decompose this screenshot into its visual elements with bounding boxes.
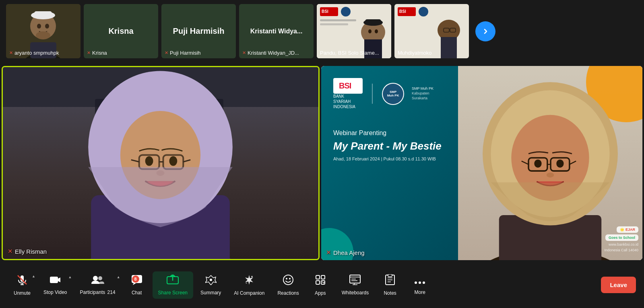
reactions-button[interactable]: Reactions — [272, 271, 304, 299]
svg-rect-74 — [316, 275, 320, 279]
svg-rect-21 — [320, 23, 348, 25]
summary-label: Summary — [200, 290, 221, 296]
leave-button[interactable]: Leave — [601, 277, 636, 293]
share-screen-icon — [167, 275, 179, 288]
participant-name-pandu: Pandu, BSI Solo Slame... — [320, 50, 388, 56]
whiteboards-label: Whiteboards — [342, 290, 369, 296]
notes-button[interactable]: Notes — [376, 271, 404, 299]
notes-label: Notes — [384, 290, 396, 296]
svg-point-70 — [246, 282, 247, 283]
school-logo: SMPMuh PK — [382, 83, 404, 105]
next-participants-button[interactable] — [475, 21, 495, 41]
more-label: More — [414, 290, 425, 295]
mic-icon — [17, 274, 28, 288]
share-screen-button[interactable]: Share Screen — [153, 271, 193, 299]
toolbar: Unmute ▲ Stop Video ▲ Participants 214 ▲ — [0, 262, 644, 308]
svg-rect-4 — [34, 11, 52, 18]
participant-thumb-krisna[interactable]: Krisna ✕ Krisna — [84, 4, 158, 58]
svg-point-64 — [93, 276, 98, 281]
svg-rect-17 — [365, 19, 381, 25]
stop-video-button[interactable]: Stop Video ▲ — [38, 272, 73, 298]
reactions-icon — [283, 274, 294, 288]
main-video-area: ✕ Elly Risman BSI BANK SYARIAHINDONESIA … — [0, 64, 644, 262]
bsi-logo-area: BSI BANK SYARIAHINDONESIA SMPMuh PK SMP … — [333, 78, 446, 109]
apps-button[interactable]: Apps — [306, 271, 334, 299]
stop-video-caret[interactable]: ▲ — [68, 275, 72, 279]
main-left-name-tag: ✕ Elly Risman — [8, 248, 47, 255]
svg-point-90 — [419, 281, 421, 284]
svg-point-56 — [534, 160, 541, 168]
whiteboards-button[interactable]: Whiteboards — [336, 271, 374, 299]
participants-caret[interactable]: ▲ — [117, 275, 120, 279]
svg-point-89 — [415, 281, 417, 284]
svg-rect-75 — [321, 275, 325, 279]
participant-name-aryanto: ✕ aryanto smpmuhpk — [9, 50, 77, 56]
participant-thumb-aryanto[interactable]: ✕ aryanto smpmuhpk — [6, 4, 80, 58]
svg-rect-63 — [50, 277, 58, 283]
whiteboards-icon — [349, 275, 361, 288]
main-video-left: ✕ Elly Risman — [2, 66, 320, 260]
participants-label: Participants 214 — [80, 290, 116, 295]
main-right-name-tag: ✕ Dhea Ajeng — [326, 249, 365, 256]
apps-label: Apps — [315, 290, 326, 296]
participant-name-krisna: ✕ Krisna — [87, 50, 155, 56]
ai-companion-icon — [243, 274, 255, 288]
svg-point-65 — [98, 276, 102, 280]
svg-point-25 — [419, 7, 428, 16]
participant-thumb-pandu[interactable]: BSI Pandu, BSI Solo Slame... — [317, 4, 391, 58]
participant-thumb-puji[interactable]: Puji Harmisih ✕ Puji Harmisih — [161, 4, 236, 58]
svg-point-19 — [375, 29, 378, 33]
svg-point-44 — [169, 156, 177, 166]
chat-label: Chat — [132, 290, 142, 296]
svg-point-71 — [283, 275, 293, 285]
svg-point-58 — [547, 172, 554, 177]
svg-text:BSI: BSI — [322, 9, 328, 14]
svg-point-7 — [36, 31, 50, 39]
bsi-logo: BSI — [333, 78, 363, 94]
more-button[interactable]: More — [406, 272, 434, 298]
svg-point-57 — [556, 160, 564, 168]
svg-point-13 — [341, 7, 351, 16]
chat-button[interactable]: 8 Chat — [123, 271, 151, 299]
participant-name-puji: ✕ Puji Harmisih — [165, 50, 233, 56]
svg-text:BSI: BSI — [399, 9, 406, 14]
ai-companion-label: AI Companion — [234, 290, 264, 296]
bsi-subtitle: BANK SYARIAHINDONESIA — [333, 94, 363, 109]
svg-point-91 — [423, 281, 425, 284]
notes-icon — [385, 274, 395, 288]
camera-icon — [49, 275, 61, 287]
participants-button[interactable]: Participants 214 ▲ — [74, 272, 121, 298]
unmute-caret[interactable]: ▲ — [32, 274, 35, 278]
main-video-right: BSI BANK SYARIAHINDONESIA SMPMuh PK SMP … — [321, 66, 642, 260]
participant-thumb-kristanti[interactable]: Kristanti Widya... ✕ Kristanti Widyan_JD… — [239, 4, 314, 58]
presentation-slide: BSI BANK SYARIAHINDONESIA SMPMuh PK SMP … — [321, 66, 458, 260]
right-face-area: 🌟 EJAR Goes to School www.bankbsi.co.id … — [458, 66, 642, 260]
participant-name-kristanti: ✕ Kristanti Widyan_JD... — [242, 50, 310, 56]
webinar-main-title: My Parent - My Bestie — [333, 140, 446, 152]
svg-point-18 — [368, 29, 372, 33]
webinar-title-area: Webinar Parenting My Parent - My Bestie … — [333, 129, 446, 161]
svg-point-72 — [286, 278, 287, 279]
svg-point-6 — [45, 24, 49, 29]
participant-strip: ✕ aryanto smpmuhpk Krisna ✕ Krisna Puji … — [0, 0, 644, 62]
ai-companion-button[interactable]: AI Companion — [228, 271, 270, 299]
stop-video-label: Stop Video — [43, 290, 67, 295]
svg-rect-88 — [388, 274, 392, 277]
chat-icon: 8 — [131, 275, 142, 288]
summary-button[interactable]: Summary — [195, 271, 227, 299]
more-icon — [414, 275, 425, 287]
share-screen-label: Share Screen — [158, 290, 188, 296]
svg-point-68 — [210, 279, 212, 281]
svg-rect-20 — [320, 19, 356, 21]
reactions-label: Reactions — [277, 290, 299, 296]
svg-point-43 — [145, 156, 153, 166]
participant-thumb-muhdiyatmoko[interactable]: BSI Muhdiyatmoko — [394, 4, 469, 58]
svg-rect-76 — [316, 281, 320, 284]
svg-point-5 — [37, 24, 41, 29]
svg-point-69 — [251, 276, 253, 277]
participant-name-muhdiyatmoko: Muhdiyatmoko — [398, 50, 466, 56]
chat-badge: 8 — [132, 275, 139, 283]
summary-icon — [205, 275, 217, 288]
unmute-button[interactable]: Unmute ▲ — [8, 271, 36, 299]
svg-point-73 — [289, 278, 291, 279]
